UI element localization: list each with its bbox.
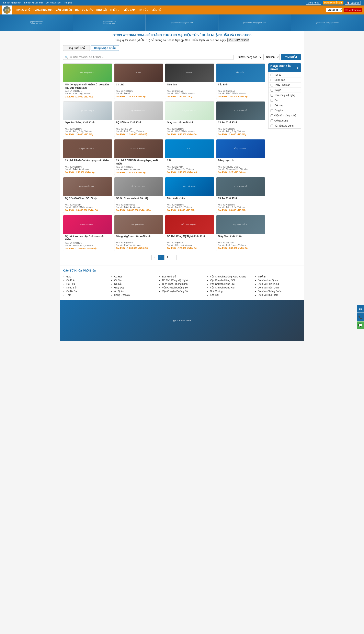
product-card[interactable]: Tôm Xuất Khẩu... Tôm Xuất Khẩu Xuất xứ: … [165, 177, 214, 213]
nav-contact[interactable]: LIÊN HỆ [150, 7, 163, 14]
export-type-select[interactable]: Xuất xứ hàng hóa [235, 54, 262, 60]
benefit-buyer-link[interactable]: Lợi ích Người mua [24, 2, 43, 4]
keyword-item[interactable]: Đồ Thủ Công Mỹ Nghệ [162, 279, 205, 282]
nav-warehouse[interactable]: KHO BÃI [95, 7, 108, 14]
product-card[interactable]: Bộ nồi inox cao... Bộ nồi inox cao cấp G… [63, 215, 112, 251]
register-free-button[interactable]: Đăng ký miễn phí [323, 1, 344, 5]
keyword-item[interactable]: Vận Chuyển Hàng FCL [210, 279, 253, 282]
benefit-seller-link[interactable]: Lợi ích Người bán [3, 2, 21, 4]
product-card[interactable]: Tảo Biển... Tảo Biển Xuất xứ: Nhật Bản N… [216, 63, 265, 99]
keyword-item[interactable]: Nông Sản [66, 286, 109, 290]
logo[interactable]: GTC [2, 6, 12, 15]
nav-services[interactable]: DỊCH VỤ KHÁC [74, 7, 95, 14]
nav-equipment[interactable]: THIẾT BỊ [108, 7, 122, 14]
keyword-item[interactable]: Thiết Bị [258, 275, 301, 279]
product-card[interactable]: Giày Nam Xuất K... Giày Nam Xuất Khẩu Xu… [216, 215, 265, 251]
banner-img-5[interactable]: gtcplatform.info@gmail.com [291, 15, 364, 31]
category-checkbox[interactable] [270, 99, 273, 102]
banner-img-4[interactable]: gtcplatform.info@gmail.com [218, 15, 291, 31]
keyword-item[interactable]: Dịch Vụ Hải Quan [258, 279, 301, 282]
sidebar-category-item[interactable]: Đồ gia dụng [268, 118, 301, 123]
category-checkbox[interactable] [270, 114, 273, 117]
benefit-affiliate-link[interactable]: Lợi ích Affiliate [46, 2, 61, 4]
keyword-item[interactable]: Tôm [66, 293, 109, 297]
sidebar-category-item[interactable]: Dệt may [268, 103, 301, 108]
category-checkbox[interactable] [270, 84, 273, 86]
float-phone-button[interactable]: 📞 [357, 313, 364, 321]
keyword-item[interactable]: Cá Tra [114, 279, 157, 282]
help-link[interactable]: Trợ giúp [64, 2, 72, 4]
product-card[interactable]: Giày cao cấp xu... Giày cao cấp xuất khẩ… [165, 101, 214, 137]
prev-page-button[interactable]: ‹ [152, 255, 157, 260]
sidebar-title[interactable]: DANH MỤC SẢN PHẨM ▼ [268, 63, 301, 72]
sidebar-category-item[interactable]: Đồ gỗ [268, 88, 301, 93]
product-card[interactable]: Đồ Thủ Công Mỹ ... Đồ Thủ Công Mỹ Nghệ X… [165, 215, 214, 251]
product-card[interactable]: Gỗ Óc Chó - Wal... Gỗ Óc Chó - Walnut Bắ… [114, 177, 163, 213]
product-card[interactable]: Bàn ghế gỗ cao ... Bàn ghế gỗ cao cấp xu… [114, 215, 163, 251]
category-checkbox[interactable] [270, 74, 273, 76]
nav-home[interactable]: TRANG CHỦ [14, 7, 32, 14]
keyword-item[interactable]: Kho Bãi [210, 293, 253, 297]
sidebar-category-item[interactable]: Vật liệu xây dựng [268, 123, 301, 128]
keyword-item[interactable]: Cà Phê [66, 279, 109, 282]
float-email-button[interactable]: ✉ [357, 305, 364, 313]
location-select[interactable]: Nơi bán [264, 54, 280, 60]
category-checkbox[interactable] [270, 109, 273, 112]
keyword-item[interactable]: Cá Ba Sa [66, 290, 109, 293]
sidebar-category-item[interactable]: Nông sản [268, 77, 301, 83]
keyword-item[interactable]: Vận Chuyển Hàng Rời [210, 286, 253, 290]
keyword-item[interactable]: Vận Chuyển Đường Bộ [162, 286, 205, 290]
next-page-button[interactable]: › [171, 255, 177, 260]
keyword-item[interactable]: Vận Chuyển Đường Sắt [162, 290, 205, 293]
keyword-item[interactable]: Vận Chuyển Hàng LCL [210, 282, 253, 286]
category-checkbox[interactable] [270, 79, 273, 81]
product-card[interactable]: Bảng mạch in... Bảng mạch in Xuất xứ: TR… [216, 139, 265, 175]
nav-jobs[interactable]: VIỆC LÀM [122, 7, 137, 14]
keyword-item[interactable]: Dịch Vụ Kiểm Dịch [258, 286, 301, 290]
sidebar-category-item[interactable]: Thủy - hải sản [268, 83, 301, 88]
register-now-button[interactable]: ĐĂNG KÝ NGAY! [228, 38, 250, 42]
product-card[interactable]: Cá Tra Xuất Khẩ... Cá Tra Xuất Khẩu Xuất… [216, 177, 265, 213]
sidebar-category-item[interactable]: Tất cả [268, 72, 301, 77]
page-1-button[interactable]: 1 [158, 255, 164, 260]
product-card[interactable]: Cà phê... Cà phê Xuất xứ: Việt Nam Nơi b… [114, 63, 163, 99]
product-card[interactable]: Gạo Sóc Trăng X... Gạo Sóc Trăng Xuất Kh… [63, 101, 112, 137]
keyword-item[interactable]: Hàng Dệt May [114, 293, 157, 297]
keyword-item[interactable]: Hồ Tiêu [66, 282, 109, 286]
keyword-item[interactable]: Vận Chuyển Đường Hàng Không [210, 275, 253, 279]
category-checkbox[interactable] [270, 94, 273, 97]
product-card[interactable]: Cà phê ARABICA ... Cà phê ARABICA hảo hạ… [63, 139, 112, 175]
product-card[interactable]: Cát... Cát Xuất xứ: việt nam Nơi bán: Th… [165, 139, 214, 175]
tab-import[interactable]: Hàng Nhập Khẩu [90, 45, 119, 51]
sidebar-category-item[interactable]: Điện tử - công nghệ [268, 113, 301, 118]
product-card[interactable]: Mía đóng lạnh x... Mía đóng lạnh xuất kh… [63, 63, 112, 99]
currency-select[interactable]: VND/USD [326, 8, 342, 12]
sidebar-category-item[interactable]: Đá [268, 98, 301, 103]
product-card[interactable]: Cà phê ROBUSTA ... Cà phê ROBUSTA thượng… [114, 139, 163, 175]
product-card[interactable]: Bộ Cửa Gỗ Chính... Bộ Cửa Gỗ Chính Gỗ tố… [63, 177, 112, 213]
language-button[interactable]: 🇻🇳 Vietnamese [344, 8, 362, 12]
keyword-item[interactable]: Áo Quần [114, 290, 157, 293]
category-checkbox[interactable] [270, 125, 273, 127]
category-checkbox[interactable] [270, 89, 273, 92]
banner-img-2[interactable]: gtcplatform.com0328 768 022 [73, 15, 146, 31]
sidebar-category-item[interactable]: Thủ công mỹ nghệ [268, 93, 301, 98]
keyword-item[interactable]: Dịch Vụ Bảo Hiểm [258, 293, 301, 297]
category-checkbox[interactable] [270, 104, 273, 107]
keyword-item[interactable]: Dịch Vụ Hun Trùng [258, 282, 301, 286]
keyword-item[interactable]: Điện Thoại Thông Minh [162, 282, 205, 286]
keyword-item[interactable]: Giày Dép [114, 286, 157, 290]
category-checkbox[interactable] [270, 119, 273, 122]
banner-img-1[interactable]: gtcplatform.com0328 768 022 [0, 15, 73, 31]
keyword-item[interactable]: Bàn Ghế Gỗ [162, 275, 205, 279]
page-2-button[interactable]: 2 [164, 255, 170, 260]
signin-button[interactable]: Đăng nhập [306, 1, 321, 5]
keyword-item[interactable]: Gạo [66, 275, 109, 279]
sidebar-category-item[interactable]: Da giày [268, 108, 301, 113]
float-chat-button[interactable]: 💬 [357, 321, 364, 329]
keyword-item[interactable]: Cá Hồi [114, 275, 157, 279]
tab-export[interactable]: Hàng Xuất Khẩu [63, 45, 90, 51]
keyword-item[interactable]: Đồ Gỗ [114, 282, 157, 286]
product-card[interactable]: Cá Tra Xuất Khẩ... Cá Tra Xuất Khẩu Xuất… [216, 101, 265, 137]
nav-news[interactable]: TIN TỨC [137, 7, 150, 14]
